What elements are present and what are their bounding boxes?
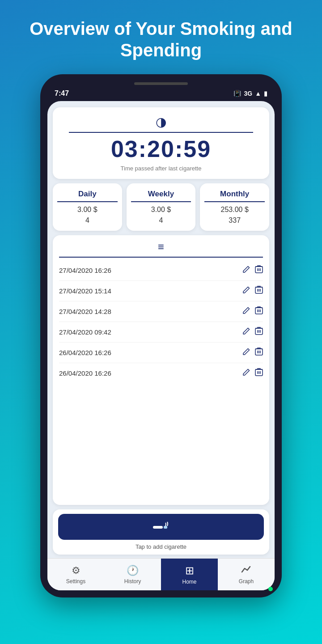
edit-button-5[interactable] [242, 368, 250, 378]
history-date-2: 27/04/2020 14:28 [59, 308, 111, 315]
timer-card: ◑ 03:20:59 Time passed after last cigare… [53, 107, 269, 179]
page-header: Overview of Your Smoking and Spending [0, 0, 322, 74]
stat-card-weekly: Weekly 3.00 $ 4 [127, 183, 196, 231]
delete-button-0[interactable] [255, 265, 263, 276]
network-label: 3G [244, 90, 252, 97]
status-bar: 7:47 📳 3G ▲ ▮ [47, 89, 275, 101]
history-item: 26/04/2020 16:26 [59, 363, 263, 383]
stat-card-monthly: Monthly 253.00 $ 337 [200, 183, 269, 231]
history-header: ≡ [59, 241, 263, 253]
battery-icon: ▮ [264, 90, 267, 97]
add-cigarette-button[interactable] [58, 514, 264, 540]
nav-home-label: Home [182, 579, 196, 585]
signal-icon: ▲ [255, 90, 261, 97]
stat-daily-amount: 3.00 $ [57, 206, 118, 214]
vibrate-icon: 📳 [233, 90, 241, 97]
history-item: 27/04/2020 14:28 [59, 301, 263, 322]
history-actions-0 [242, 265, 263, 276]
history-date-5: 26/04/2020 16:26 [59, 369, 111, 377]
delete-button-1[interactable] [255, 285, 263, 297]
timer-divider [69, 132, 253, 133]
phone-frame: 7:47 📳 3G ▲ ▮ ◑ 03:20:59 Time passed aft… [40, 74, 282, 597]
settings-icon: ⚙ [72, 565, 80, 576]
phone-screen: ◑ 03:20:59 Time passed after last cigare… [47, 101, 275, 590]
stat-monthly-count: 337 [204, 216, 265, 225]
add-cigarette-label: Tap to add cigarette [58, 543, 264, 550]
edit-button-4[interactable] [242, 347, 250, 358]
delete-button-4[interactable] [255, 347, 263, 358]
add-cigarette-section: Tap to add cigarette [53, 509, 269, 555]
history-list: 27/04/2020 16:2627/04/2020 15:1427/04/20… [59, 260, 263, 500]
nav-history[interactable]: 🕐 History [104, 559, 161, 590]
svg-rect-6 [153, 526, 163, 529]
phone-dot [268, 587, 273, 591]
stat-monthly-amount: 253.00 $ [204, 206, 265, 214]
edit-button-3[interactable] [242, 327, 250, 337]
timer-subtitle: Time passed after last cigarette [60, 165, 262, 172]
history-icon: 🕐 [127, 565, 139, 576]
delete-button-2[interactable] [255, 306, 263, 317]
header-title: Overview of Your Smoking and Spending [30, 19, 292, 60]
history-actions-3 [242, 326, 263, 338]
history-card: ≡ 27/04/2020 16:2627/04/2020 15:1427/04/… [53, 235, 269, 505]
history-actions-1 [242, 285, 263, 297]
history-item: 26/04/2020 16:26 [59, 343, 263, 363]
history-item: 27/04/2020 15:14 [59, 281, 263, 301]
history-date-0: 27/04/2020 16:26 [59, 267, 111, 274]
edit-button-2[interactable] [242, 306, 250, 317]
nav-graph-label: Graph [239, 578, 254, 585]
edit-button-0[interactable] [242, 265, 250, 275]
delete-button-3[interactable] [255, 326, 263, 338]
history-divider [59, 257, 263, 258]
stat-daily-count: 4 [57, 216, 118, 225]
stat-card-daily: Daily 3.00 $ 4 [53, 183, 122, 231]
cigarette-svg-icon [153, 521, 169, 533]
history-actions-5 [242, 368, 263, 379]
nav-graph[interactable]: Graph [218, 559, 275, 590]
stat-monthly-title: Monthly [204, 190, 265, 202]
history-actions-2 [242, 306, 263, 317]
nav-settings[interactable]: ⚙ Settings [47, 559, 104, 590]
nav-settings-label: Settings [66, 578, 85, 585]
list-icon: ≡ [59, 241, 263, 253]
history-actions-4 [242, 347, 263, 358]
nav-home[interactable]: ⊞ Home [161, 559, 218, 590]
timer-display: 03:20:59 [60, 136, 262, 162]
graph-icon [241, 565, 252, 576]
nav-history-label: History [124, 578, 141, 585]
stat-weekly-amount: 3.00 $ [131, 206, 191, 214]
history-item: 27/04/2020 09:42 [59, 322, 263, 343]
history-date-4: 26/04/2020 16:26 [59, 349, 111, 356]
stat-weekly-count: 4 [131, 216, 191, 225]
edit-button-1[interactable] [242, 286, 250, 296]
screen-content: ◑ 03:20:59 Time passed after last cigare… [47, 101, 275, 558]
svg-rect-7 [164, 526, 167, 529]
stat-weekly-title: Weekly [131, 190, 191, 202]
history-date-1: 27/04/2020 15:14 [59, 287, 111, 295]
stat-daily-title: Daily [57, 190, 118, 202]
clock-icon: ◑ [60, 114, 262, 129]
history-item: 27/04/2020 16:26 [59, 260, 263, 281]
delete-button-5[interactable] [255, 368, 263, 379]
status-right: 📳 3G ▲ ▮ [233, 90, 267, 97]
home-icon: ⊞ [185, 564, 194, 577]
phone-notch [134, 82, 188, 85]
bottom-nav: ⚙ Settings 🕐 History ⊞ Home Graph [47, 558, 275, 590]
history-date-3: 27/04/2020 09:42 [59, 328, 111, 336]
stats-row: Daily 3.00 $ 4 Weekly 3.00 $ 4 Monthly 2… [53, 183, 269, 231]
status-time: 7:47 [55, 89, 69, 97]
